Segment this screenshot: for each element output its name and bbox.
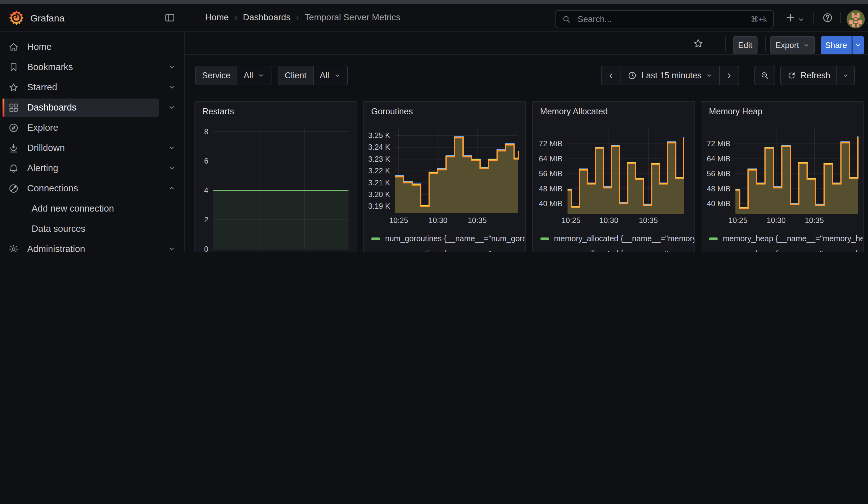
sidebar-item-dashboards[interactable]: Dashboards [0,97,184,117]
share-button[interactable]: Share [821,36,851,54]
svg-text:48 MiB: 48 MiB [538,184,562,193]
legend-item[interactable]: memory_heap {__name__="memory_heap" [709,248,864,252]
chevron-down-icon [706,72,713,79]
sidebar-item-explore[interactable]: Explore [0,117,184,138]
chevron-placeholder [159,37,184,57]
time-forward-button[interactable] [719,66,739,85]
sidebar-item-label: Bookmarks [27,62,73,72]
svg-text:2: 2 [204,215,208,224]
panel-goroutines: Goroutines3.25 K3.24 K3.23 K3.22 K3.21 K… [363,101,526,252]
svg-text:10:25: 10:25 [389,216,408,224]
legend-item[interactable]: memory_heap {__name__="memory_heap" [709,233,864,244]
svg-text:10:30: 10:30 [599,216,618,224]
chevron-down-icon[interactable] [159,57,184,77]
client-filter-value[interactable]: All [313,66,347,85]
svg-text:56 MiB: 56 MiB [707,169,730,177]
svg-text:3.20 K: 3.20 K [368,190,390,198]
svg-text:10:35: 10:35 [294,251,313,252]
chart-goroutines: 3.25 K3.24 K3.23 K3.22 K3.21 K3.20 K3.19… [364,101,526,252]
sidebar-item-label: Drilldown [27,143,65,153]
chevron-down-icon[interactable] [159,239,184,252]
chevron-down-icon[interactable] [159,138,184,158]
time-back-button[interactable] [602,66,621,85]
avatar[interactable] [847,10,865,28]
service-filter: Service All [195,66,271,85]
share-dropdown-button[interactable] [852,36,864,54]
legend-item[interactable]: num_goroutines {__name__="num_goroutines… [371,233,526,244]
legend-item[interactable]: memory_allocated {__name__="memory_alloc… [540,248,695,252]
svg-text:3.21 K: 3.21 K [368,178,390,187]
window-top-strip [0,0,868,4]
svg-text:3.25 K: 3.25 K [368,131,390,139]
sidebar-toggle-icon[interactable] [164,12,175,23]
sidebar-item-connections[interactable]: Connections [0,178,184,198]
svg-text:10:35: 10:35 [468,216,487,224]
grafana-app: Grafana Home › Dashboards › Temporal Ser… [0,0,868,252]
sidebar-item-label: Add new connection [32,203,114,214]
refresh-interval-dropdown[interactable] [837,66,855,85]
add-chevron-icon[interactable] [797,14,805,25]
sidebar-item-starred[interactable]: Starred [0,77,184,97]
edit-button[interactable]: Edit [733,36,757,54]
share-chevron-icon [855,42,861,49]
add-icon[interactable] [785,12,796,23]
zoom-out-icon [760,71,769,80]
sidebar-item-administration[interactable]: Administration [0,239,184,252]
service-filter-label: Service [196,66,237,85]
sidebar-item-home[interactable]: Home [0,37,184,57]
star-icon [8,82,19,93]
client-filter-label: Client [278,66,313,85]
legend-series-label: memory_heap {__name__="memory_heap" [723,234,864,243]
svg-text:10:35: 10:35 [639,216,658,224]
chevron-placeholder [159,198,184,218]
breadcrumb-home[interactable]: Home [205,12,229,22]
drilldown-icon [8,142,19,153]
toolbar-divider [725,37,726,52]
svg-text:10:30: 10:30 [249,251,268,252]
breadcrumb-dashboards[interactable]: Dashboards [243,12,290,22]
sidebar-item-label: Explore [27,123,58,133]
legend-series-label: memory_allocated {__name__="memory_alloc… [554,234,695,243]
svg-text:40 MiB: 40 MiB [538,199,562,207]
svg-text:40 MiB: 40 MiB [707,199,730,207]
service-filter-value[interactable]: All [237,66,271,85]
svg-text:10:25: 10:25 [204,251,223,252]
sidebar-item-alerting[interactable]: Alerting [0,158,184,178]
time-range-picker[interactable]: Last 15 minutes [621,66,719,85]
breadcrumb-separator: › [296,12,299,22]
favorite-star-icon[interactable] [693,38,704,49]
help-icon[interactable] [822,12,833,23]
sidebar-item-label: Connections [27,183,78,193]
chevron-down-icon[interactable] [159,97,184,117]
zoom-out-button[interactable] [754,66,775,85]
grafana-logo-icon [8,10,24,26]
search-input[interactable] [576,14,745,25]
breadcrumb-current: Temporal Server Metrics [304,12,400,22]
legend-series-label: memory_heap {__name__="memory_heap" [723,249,864,252]
sidebar-item-label: Administration [27,244,85,252]
refresh-group: Refresh [780,66,855,85]
svg-text:72 MiB: 72 MiB [538,139,562,147]
search-box[interactable]: ⌘+k [555,10,774,28]
legend-item[interactable]: num_goroutines {__name__="num_goroutines… [371,248,526,252]
refresh-button[interactable]: Refresh [781,66,837,85]
chevron-down-icon [334,72,341,79]
legend-item[interactable]: memory_allocated {__name__="memory_alloc… [540,233,695,244]
sidebar-item-add-new-connection[interactable]: Add new connection [0,198,184,218]
export-button[interactable]: Export [770,36,815,54]
chevron-down-icon [258,72,265,79]
sidebar-item-label: Starred [27,82,57,92]
sidebar-item-drilldown[interactable]: Drilldown [0,138,184,158]
chevron-down-icon[interactable] [159,77,184,97]
chevron-down-icon[interactable] [159,158,184,178]
breadcrumb: Home › Dashboards › Temporal Server Metr… [205,12,401,22]
sidebar-item-bookmarks[interactable]: Bookmarks [0,57,184,77]
svg-text:6: 6 [204,156,208,165]
chart-restarts: 8642010:2510:3010:35 [195,101,357,252]
chevron-up-icon[interactable] [159,178,184,198]
sidebar-item-data-sources[interactable]: Data sources [0,218,184,239]
dashboard-toolbar: Edit Export Share [185,32,868,55]
svg-text:64 MiB: 64 MiB [538,154,562,163]
chart-memory-allocated: 72 MiB64 MiB56 MiB48 MiB40 MiB10:2510:30… [533,101,695,252]
time-range-label: Last 15 minutes [641,71,702,80]
